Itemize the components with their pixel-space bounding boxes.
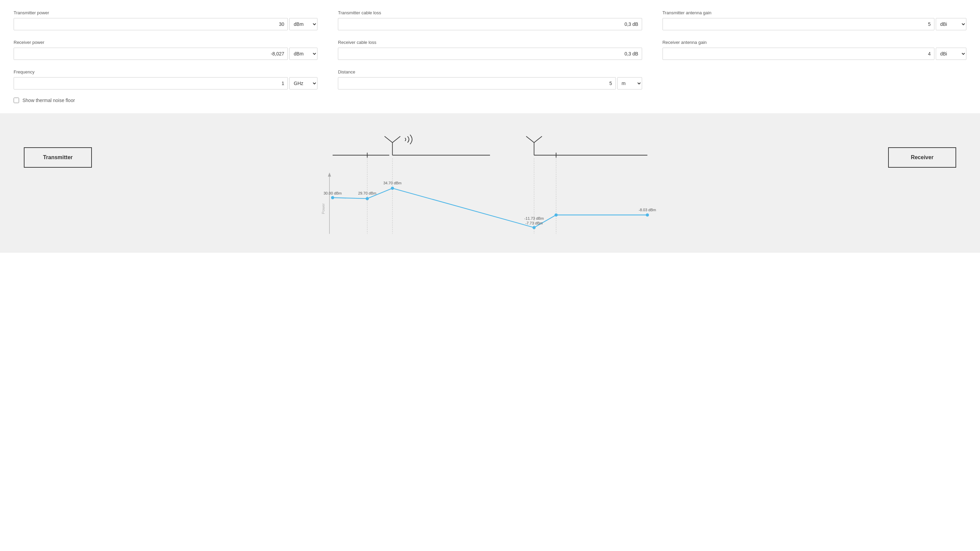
empty-cell (662, 69, 966, 89)
distance-label: Distance (338, 69, 642, 75)
frequency-group: Frequency GHz MHz kHz Hz (14, 69, 318, 89)
receiver-power-group: Receiver power dBm mW W (14, 40, 318, 60)
transmitter-antenna-gain-row: dBi dBd (662, 18, 966, 30)
transmitter-power-unit[interactable]: dBm mW W (289, 18, 318, 30)
svg-point-19 (366, 197, 369, 200)
transmitter-power-label: Transmitter power (14, 10, 318, 15)
transmitter-antenna-gain-group: Transmitter antenna gain dBi dBd (662, 10, 966, 30)
receiver-antenna-gain-unit[interactable]: dBi dBd (936, 48, 966, 60)
transmitter-antenna-gain-unit[interactable]: dBi dBd (936, 18, 966, 30)
svg-text:-7.73 dBm: -7.73 dBm (525, 221, 543, 225)
receiver-power-unit[interactable]: dBm mW W (289, 48, 318, 60)
thermal-noise-row: Show thermal noise floor (14, 98, 966, 103)
svg-point-23 (646, 213, 649, 216)
svg-point-20 (391, 187, 394, 190)
receiver-cable-loss-row: 0,3 dB (338, 48, 642, 60)
transmitter-cable-loss-label: Transmitter cable loss (338, 10, 642, 15)
svg-point-21 (533, 226, 536, 229)
frequency-unit[interactable]: GHz MHz kHz Hz (289, 77, 318, 89)
frequency-row: GHz MHz kHz Hz (14, 77, 318, 89)
svg-line-3 (385, 137, 392, 143)
distance-group: Distance m km mi ft (338, 69, 642, 89)
svg-text:-11.73 dBm: -11.73 dBm (524, 216, 544, 221)
svg-point-22 (555, 213, 558, 216)
frequency-label: Frequency (14, 69, 318, 75)
svg-text:30.00 dBm: 30.00 dBm (324, 191, 342, 195)
transmitter-cable-loss-value: 0,3 dB (338, 18, 642, 30)
transmitter-antenna-gain-input[interactable] (662, 18, 934, 30)
transmitter-power-input[interactable] (14, 18, 288, 30)
form-grid: Transmitter power dBm mW W Transmitter c… (14, 10, 966, 89)
svg-marker-16 (328, 172, 331, 176)
distance-input[interactable] (338, 77, 616, 89)
svg-text:34.70 dBm: 34.70 dBm (383, 181, 401, 185)
diagram-svg: Power 30.00 dBm 29.70 dBm 34.70 dBm -7.7… (14, 127, 966, 253)
svg-line-4 (392, 137, 400, 143)
show-thermal-noise-label[interactable]: Show thermal noise floor (22, 98, 75, 103)
transmitter-cable-loss-group: Transmitter cable loss 0,3 dB (338, 10, 642, 30)
receiver-power-input[interactable] (14, 48, 288, 60)
distance-row: m km mi ft (338, 77, 642, 89)
frequency-input[interactable] (14, 77, 288, 89)
receiver-power-row: dBm mW W (14, 48, 318, 60)
receiver-cable-loss-group: Receiver cable loss 0,3 dB (338, 40, 642, 60)
diagram-area: Transmitter Receiver (14, 127, 966, 253)
svg-text:Power: Power (321, 203, 325, 214)
transmitter-power-row: dBm mW W (14, 18, 318, 30)
show-thermal-noise-checkbox[interactable] (14, 98, 19, 103)
bottom-section: Transmitter Receiver (0, 113, 980, 253)
receiver-power-label: Receiver power (14, 40, 318, 45)
svg-line-8 (534, 137, 542, 143)
svg-text:29.70 dBm: 29.70 dBm (358, 191, 376, 195)
transmitter-antenna-gain-label: Transmitter antenna gain (662, 10, 966, 15)
svg-point-18 (331, 196, 334, 199)
transmitter-cable-loss-row: 0,3 dB (338, 18, 642, 30)
svg-line-7 (526, 137, 534, 143)
receiver-cable-loss-value: 0,3 dB (338, 48, 642, 60)
receiver-antenna-gain-group: Receiver antenna gain dBi dBd (662, 40, 966, 60)
receiver-antenna-gain-input[interactable] (662, 48, 934, 60)
receiver-cable-loss-label: Receiver cable loss (338, 40, 642, 45)
svg-text:-8.03 dBm: -8.03 dBm (639, 208, 656, 212)
top-section: Transmitter power dBm mW W Transmitter c… (0, 0, 980, 113)
distance-unit[interactable]: m km mi ft (617, 77, 642, 89)
receiver-antenna-gain-label: Receiver antenna gain (662, 40, 966, 45)
transmitter-power-group: Transmitter power dBm mW W (14, 10, 318, 30)
receiver-antenna-gain-row: dBi dBd (662, 48, 966, 60)
